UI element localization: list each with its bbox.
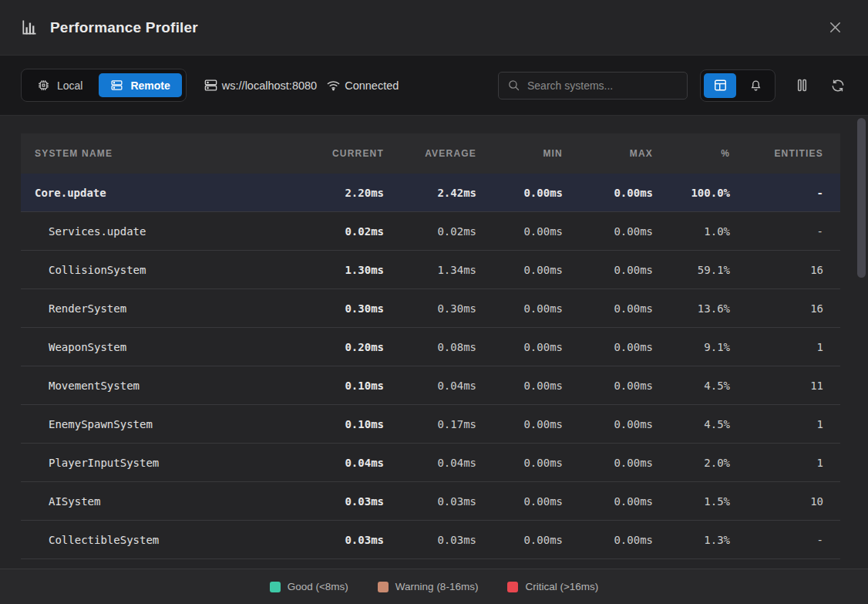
server-icon <box>204 78 218 93</box>
search-box <box>498 72 688 100</box>
pause-button[interactable] <box>792 76 812 95</box>
remote-mode-button[interactable]: Remote <box>99 73 181 97</box>
toolbar: Local Remote <box>0 55 868 116</box>
column-header-system-name[interactable]: SYSTEM NAME <box>21 148 312 159</box>
current-cell: 1.30ms <box>312 264 401 276</box>
column-header-percent[interactable]: % <box>670 148 747 159</box>
legend-color-swatch <box>378 582 389 592</box>
max-cell: 0.00ms <box>580 187 670 199</box>
column-header-current[interactable]: CURRENT <box>312 148 401 159</box>
current-cell: 0.02ms <box>312 225 401 238</box>
percent-cell: 2.0% <box>670 457 747 469</box>
legend-label: Critical (>16ms) <box>525 581 598 592</box>
percent-cell: 13.6% <box>670 302 747 315</box>
bar-chart-icon <box>20 19 38 36</box>
system-name-cell: AISystem <box>21 495 312 508</box>
current-cell: 0.10ms <box>312 418 401 430</box>
current-cell: 0.20ms <box>312 341 401 353</box>
alerts-button[interactable] <box>739 73 772 98</box>
percent-cell: 9.1% <box>670 341 747 353</box>
table-row[interactable]: RenderSystem 0.30ms 0.30ms 0.00ms 0.00ms… <box>21 289 840 328</box>
entities-cell: 16 <box>747 264 840 276</box>
min-cell: 0.00ms <box>493 187 580 199</box>
system-name-cell: CollisionSystem <box>21 264 312 276</box>
entities-cell: 1 <box>747 341 840 353</box>
table-row[interactable]: AISystem 0.03ms 0.03ms 0.00ms 0.00ms 1.5… <box>21 482 840 521</box>
max-cell: 0.00ms <box>580 380 670 392</box>
entities-cell: 16 <box>747 302 840 315</box>
min-cell: 0.00ms <box>493 380 580 392</box>
system-name-cell: EnemySpawnSystem <box>21 418 312 430</box>
refresh-icon <box>830 78 846 93</box>
table-row[interactable]: MovementSystem 0.10ms 0.04ms 0.00ms 0.00… <box>21 366 840 405</box>
min-cell: 0.00ms <box>493 495 580 508</box>
column-header-average[interactable]: AVERAGE <box>401 148 493 159</box>
average-cell: 1.34ms <box>401 264 493 276</box>
entities-cell: - <box>747 225 840 238</box>
table-row[interactable]: PlayerInputSystem 0.04ms 0.04ms 0.00ms 0… <box>21 444 840 482</box>
average-cell: 0.04ms <box>401 457 493 469</box>
max-cell: 0.00ms <box>580 457 670 469</box>
table-row[interactable]: CollisionSystem 1.30ms 1.34ms 0.00ms 0.0… <box>21 251 840 289</box>
max-cell: 0.00ms <box>580 341 670 353</box>
refresh-button[interactable] <box>829 76 847 95</box>
average-cell: 0.30ms <box>401 302 493 315</box>
entities-cell: 1 <box>747 457 840 469</box>
max-cell: 0.00ms <box>580 225 670 238</box>
system-name-cell: Services.update <box>21 225 312 238</box>
vertical-scrollbar-thumb[interactable] <box>857 118 866 278</box>
min-cell: 0.00ms <box>493 264 580 276</box>
percent-cell: 1.5% <box>670 495 747 508</box>
average-cell: 2.42ms <box>401 187 493 199</box>
search-input[interactable] <box>527 79 678 92</box>
connection-status-label: Connected <box>345 79 399 92</box>
page-title: Performance Profiler <box>50 19 198 36</box>
legend-bar: Good (<8ms) Warning (8-16ms) Critical (>… <box>0 569 868 604</box>
average-cell: 0.03ms <box>401 495 493 508</box>
legend-items: Good (<8ms) Warning (8-16ms) Critical (>… <box>270 581 599 592</box>
legend-color-swatch <box>507 582 518 592</box>
table-row[interactable]: Services.update 0.02ms 0.02ms 0.00ms 0.0… <box>21 212 840 251</box>
average-cell: 0.02ms <box>401 225 493 238</box>
column-header-min[interactable]: MIN <box>493 148 580 159</box>
systems-table: SYSTEM NAME CURRENT AVERAGE MIN MAX % EN… <box>21 133 840 559</box>
max-cell: 0.00ms <box>580 534 670 546</box>
percent-cell: 4.5% <box>670 418 747 430</box>
table-row[interactable]: Core.update 2.20ms 2.42ms 0.00ms 0.00ms … <box>21 174 840 212</box>
entities-cell: 1 <box>747 418 840 430</box>
system-name-cell: CollectibleSystem <box>21 534 312 546</box>
table-row[interactable]: WeaponSystem 0.20ms 0.08ms 0.00ms 0.00ms… <box>21 328 840 366</box>
pause-icon <box>794 77 810 93</box>
search-icon <box>507 79 520 92</box>
current-cell: 2.20ms <box>312 187 401 199</box>
max-cell: 0.00ms <box>580 264 670 276</box>
legend-label: Good (<8ms) <box>288 581 348 592</box>
bell-icon <box>749 78 763 93</box>
min-cell: 0.00ms <box>493 225 580 238</box>
percent-cell: 1.0% <box>670 225 747 238</box>
column-header-max[interactable]: MAX <box>580 148 670 159</box>
view-toggle-group <box>700 69 775 102</box>
max-cell: 0.00ms <box>580 418 670 430</box>
max-cell: 0.00ms <box>580 495 670 508</box>
table-view-button[interactable] <box>704 73 736 98</box>
wifi-icon <box>326 78 341 93</box>
current-cell: 0.03ms <box>312 495 401 508</box>
table-row[interactable]: EnemySpawnSystem 0.10ms 0.17ms 0.00ms 0.… <box>21 405 840 444</box>
table-icon <box>713 78 728 93</box>
cpu-chip-icon <box>37 79 50 92</box>
average-cell: 0.04ms <box>401 380 493 392</box>
legend-item: Critical (>16ms) <box>507 581 598 592</box>
connection-status: Connected <box>326 78 399 93</box>
close-button[interactable] <box>822 15 848 41</box>
main-content: SYSTEM NAME CURRENT AVERAGE MIN MAX % EN… <box>0 116 868 569</box>
local-mode-button[interactable]: Local <box>25 73 94 97</box>
column-header-entities[interactable]: ENTITIES <box>747 148 840 159</box>
legend-color-swatch <box>270 582 281 592</box>
system-name-cell: MovementSystem <box>21 380 312 392</box>
min-cell: 0.00ms <box>493 457 580 469</box>
table-row[interactable]: CollectibleSystem 0.03ms 0.03ms 0.00ms 0… <box>21 521 840 559</box>
entities-cell: - <box>747 187 840 199</box>
current-cell: 0.10ms <box>312 380 401 392</box>
average-cell: 0.17ms <box>401 418 493 430</box>
